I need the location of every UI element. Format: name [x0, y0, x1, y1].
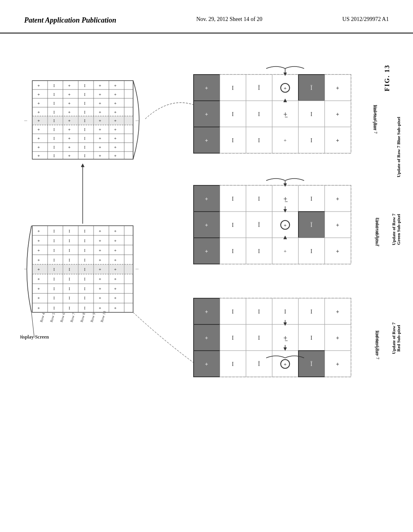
- svg-text:I: I: [84, 258, 86, 262]
- svg-text:I: I: [53, 276, 55, 281]
- svg-text:I: I: [53, 229, 55, 233]
- svg-text:I: I: [69, 286, 70, 291]
- svg-text:+: +: [68, 92, 71, 97]
- svg-text:+: +: [114, 118, 117, 123]
- svg-text:+: +: [68, 145, 71, 150]
- svg-text:+: +: [284, 85, 286, 91]
- svg-text:I: I: [311, 111, 313, 117]
- svg-text:+: +: [68, 118, 71, 123]
- svg-text:+: +: [114, 145, 117, 150]
- svg-text:I: I: [258, 309, 260, 315]
- svg-text:I: I: [232, 222, 234, 228]
- svg-text:I: I: [84, 238, 86, 243]
- svg-text:I: I: [84, 305, 86, 310]
- svg-text:Row 5: Row 5: [49, 312, 56, 323]
- svg-text:+: +: [38, 83, 40, 88]
- svg-text:+̲: +̲: [283, 111, 288, 117]
- svg-text:+: +: [336, 222, 339, 228]
- svg-text:+: +: [114, 286, 117, 291]
- svg-text:+: +: [99, 101, 101, 106]
- svg-text:···: ···: [136, 267, 139, 271]
- svg-text:Row 4: Row 4: [39, 312, 46, 323]
- svg-text:I: I: [232, 309, 234, 315]
- svg-text:Row 7: Row 7: [69, 312, 76, 323]
- svg-text:+: +: [99, 92, 101, 97]
- svg-text:I: I: [53, 83, 55, 88]
- svg-text:Row 6: Row 6: [59, 312, 66, 323]
- svg-text:I: I: [84, 136, 86, 141]
- svg-text:I: I: [53, 92, 55, 97]
- svg-text:I: I: [284, 309, 286, 315]
- svg-text:+: +: [38, 267, 40, 272]
- svg-text:+: +: [38, 238, 40, 243]
- header-right-label: US 2012/299972 A1: [342, 16, 389, 23]
- svg-text:+: +: [205, 335, 208, 341]
- svg-text:+: +: [38, 286, 40, 291]
- svg-text:+: +: [205, 361, 208, 367]
- svg-text:+: +: [205, 196, 208, 202]
- svg-text:+: +: [205, 137, 208, 143]
- svg-text:+: +: [99, 238, 101, 243]
- svg-text:+: +: [336, 196, 339, 202]
- svg-text:I: I: [258, 111, 260, 117]
- svg-text:I: I: [53, 145, 55, 150]
- svg-text:I: I: [258, 248, 260, 254]
- svg-text:I: I: [84, 145, 86, 150]
- svg-text:+̲: +̲: [283, 335, 288, 341]
- svg-text:I: I: [311, 137, 313, 143]
- svg-text:+: +: [38, 92, 40, 97]
- svg-text:I: I: [258, 196, 260, 202]
- svg-text:Ī: Ī: [311, 361, 313, 367]
- svg-text:+: +: [336, 309, 339, 315]
- svg-text:+: +: [336, 335, 339, 341]
- svg-text:I: I: [84, 118, 86, 123]
- svg-text:I: I: [69, 238, 70, 243]
- svg-text:+: +: [68, 110, 71, 114]
- svg-text:I: I: [84, 127, 86, 132]
- svg-text:I: I: [232, 196, 234, 202]
- svg-text:+: +: [99, 83, 101, 88]
- svg-text:I: I: [84, 276, 86, 281]
- svg-text:I: I: [53, 248, 55, 253]
- svg-text:I: I: [84, 286, 86, 291]
- svg-text:I: I: [53, 238, 55, 243]
- svg-text:+: +: [99, 118, 101, 123]
- svg-text:+: +: [38, 127, 40, 132]
- svg-text:I: I: [84, 229, 86, 233]
- svg-text:+: +: [114, 229, 117, 233]
- svg-text:+: +: [284, 248, 286, 254]
- svg-text:+: +: [284, 361, 286, 367]
- svg-text:Red Sub-pixel: Red Sub-pixel: [375, 330, 379, 355]
- svg-text:Ī: Ī: [258, 361, 260, 367]
- svg-text:+: +: [114, 238, 117, 243]
- svg-text:+: +: [205, 222, 208, 228]
- svg-rect-21: [32, 116, 133, 125]
- svg-text:+: +: [38, 153, 40, 158]
- svg-text:+: +: [99, 127, 101, 132]
- svg-text:+: +: [68, 136, 71, 141]
- svg-text:+: +: [114, 127, 117, 132]
- svg-text:I: I: [69, 295, 70, 300]
- svg-text:+: +: [114, 92, 117, 97]
- svg-text:+: +: [68, 153, 71, 158]
- svg-text:I: I: [53, 267, 55, 272]
- svg-text:+: +: [99, 110, 101, 114]
- svg-text:+: +: [38, 118, 40, 123]
- svg-text:I: I: [232, 111, 234, 117]
- svg-text:+: +: [114, 110, 117, 114]
- svg-text:+: +: [38, 305, 40, 310]
- svg-text:+: +: [99, 229, 101, 233]
- svg-text:I: I: [69, 276, 70, 281]
- svg-text:+: +: [99, 153, 101, 158]
- svg-text:+: +: [114, 248, 117, 253]
- svg-text:+: +: [336, 137, 339, 143]
- svg-text:+: +: [68, 83, 71, 88]
- svg-text:I: I: [84, 295, 86, 300]
- svg-text:+: +: [114, 305, 117, 310]
- svg-text:Display Screen: Display Screen: [20, 334, 49, 340]
- svg-text:+̲: +̲: [283, 196, 288, 202]
- red-subpixel-label: Update of Row 7Red Sub-pixel: [391, 322, 401, 354]
- page-header: Patent Application Publication Nov. 29, …: [0, 0, 413, 33]
- svg-text:···: ···: [136, 118, 139, 123]
- svg-text:Green Sub-pixel: Green Sub-pixel: [375, 218, 379, 246]
